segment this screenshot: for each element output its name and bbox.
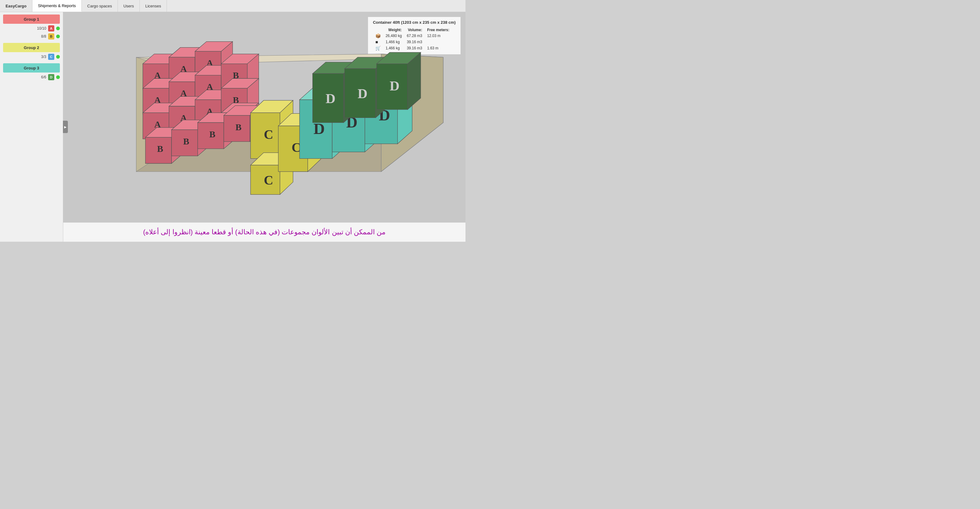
nav-brand[interactable]: EasyCargo xyxy=(0,0,32,12)
group1-status-b xyxy=(56,35,60,38)
svg-text:B: B xyxy=(183,136,189,146)
container-3d-view[interactable]: A A A xyxy=(88,21,466,211)
svg-text:C: C xyxy=(264,173,273,187)
group3-count-d: 6/6 xyxy=(41,75,46,79)
group2-count-c: 3/3 xyxy=(41,55,46,59)
view-area[interactable]: Container 40ft (1203 cm x 235 cm x 238 c… xyxy=(63,12,466,242)
svg-text:B: B xyxy=(157,144,163,154)
svg-text:D: D xyxy=(326,91,336,106)
group3-status-d xyxy=(56,75,60,79)
cargo-scene: A A A xyxy=(88,21,466,211)
group1-count-b: 8/8 xyxy=(41,34,46,38)
svg-text:D: D xyxy=(358,86,368,101)
svg-text:D: D xyxy=(390,78,399,94)
nav-licenses[interactable]: Licenses xyxy=(140,0,167,12)
group1-badge-b[interactable]: B xyxy=(48,34,54,40)
main-layout: ▶ Group 1 10/10 A 8/8 B Group 2 3/3 C Gr… xyxy=(0,12,466,242)
group1-label[interactable]: Group 1 xyxy=(3,14,60,24)
group3-item-d: 6/6 D xyxy=(0,73,63,81)
nav-cargo-spaces[interactable]: Cargo spaces xyxy=(82,0,118,12)
group3-label[interactable]: Group 3 xyxy=(3,63,60,73)
sidebar: ▶ Group 1 10/10 A 8/8 B Group 2 3/3 C Gr… xyxy=(0,12,63,242)
group1-item-b: 8/8 B xyxy=(0,33,63,40)
group2-badge-c[interactable]: C xyxy=(48,54,54,60)
svg-text:B: B xyxy=(235,122,242,132)
sidebar-toggle[interactable]: ▶ xyxy=(63,121,68,133)
group1-status-a xyxy=(56,27,60,30)
box-D6: D xyxy=(377,53,421,110)
svg-text:B: B xyxy=(210,129,216,139)
nav-bar: EasyCargo Shipments & Reports Cargo spac… xyxy=(0,0,466,12)
group3-badge-d[interactable]: D xyxy=(48,74,54,80)
nav-users[interactable]: Users xyxy=(118,0,140,12)
group1-count-a: 10/10 xyxy=(37,26,46,30)
group2-item-c: 3/3 C xyxy=(0,53,63,61)
group2-status-c xyxy=(56,55,60,59)
nav-shipments[interactable]: Shipments & Reports xyxy=(32,0,82,12)
group2-label[interactable]: Group 2 xyxy=(3,43,60,52)
svg-text:C: C xyxy=(264,127,273,142)
bottom-arabic-text: من الممكن أن تبين الألوان مجموعات (في هذ… xyxy=(63,223,466,242)
group1-item-a: 10/10 A xyxy=(0,25,63,32)
group1-badge-a[interactable]: A xyxy=(48,25,54,32)
